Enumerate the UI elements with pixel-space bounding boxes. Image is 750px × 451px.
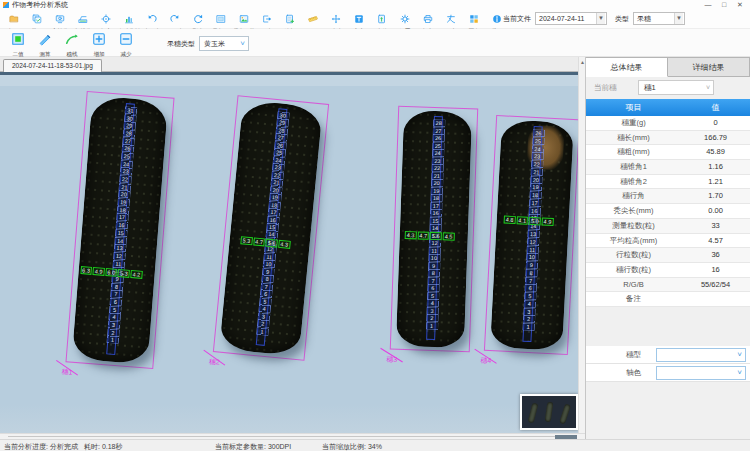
tab-detailed-results[interactable]: 详细结果 [668,57,750,77]
app-icon [3,2,9,8]
axis-color-select[interactable]: ˅ [656,366,746,380]
ear-type-select[interactable]: 黄玉米 ˅ [199,36,249,51]
auto-analyze-button[interactable]: 自动分析 [117,10,140,29]
corn-ear-annotation[interactable]: 3029282726252423222120191817161514131211… [213,95,329,361]
ear-type-label: 果穗类型 [167,39,195,49]
corn-ear-annotation[interactable]: 2827262524232221201918171615141312111098… [390,106,478,353]
result-row[interactable]: R/G/B55/62/54 [586,278,750,293]
settings-button[interactable]: 设置 [393,10,416,29]
text-button[interactable]: 文字 [347,10,370,29]
result-item-label: 穗行数(粒) [586,263,681,277]
result-row[interactable]: 测量粒数(粒)33 [586,219,750,234]
result-row[interactable]: 秃尖长(mm)0.00 [586,204,750,219]
doc-camera-button[interactable]: 高拍仪 [48,10,71,29]
axis-color-row: 轴色˅ [586,364,750,382]
export-button[interactable]: 导出 [255,10,278,29]
kernel-width-label: 4.8 [504,216,516,225]
result-row[interactable]: 穗粗(mm)45.89 [586,145,750,160]
chevron-down-icon: ˅ [737,349,742,361]
vertical-scrollbar[interactable]: ▲ [578,57,585,433]
kernel-number-label: 14 [266,231,278,238]
result-item-label: R/G/B [586,278,681,292]
save-image-button[interactable]: 保存图片 [232,10,255,29]
kernel-width-label: 4.3 [405,231,417,239]
main-toolbar: 打开批量高拍仪扫描仪标定自动分析上一步下一步副本目标区保存图片导出追加测量移动文… [0,10,750,29]
result-item-value: 45.89 [681,145,750,159]
result-item-value: 36 [681,248,750,262]
result-row[interactable]: 备注 [586,292,750,307]
result-row[interactable]: 穗长(mm)166.79 [586,131,750,146]
increase-button[interactable]: 增加 [85,31,112,56]
kernel-number-label: 3 [258,313,270,320]
image-viewer-canvas[interactable]: 3130292827262524232221201918171615141312… [0,72,578,433]
language-button[interactable]: 语言 [439,10,462,29]
prev-step-button[interactable]: 上一步 [140,10,163,29]
kernel-width-label: 4.7 [253,238,265,247]
ear-shape-select[interactable]: ˅ [656,348,746,362]
more-button[interactable]: 更多 [462,10,485,29]
result-row[interactable]: 行粒数(粒)36 [586,248,750,263]
kernel-number-label: 12 [113,252,124,259]
scanner-button[interactable]: 扫描仪 [71,10,94,29]
maximize-button[interactable]: □ [716,0,732,10]
append-button[interactable]: 追加 [278,10,301,29]
kernel-number-label: 19 [431,187,442,193]
calibration-status: 当前标定参数量: 300DPI [215,442,291,451]
kernel-number-label: 2 [257,320,269,327]
current-ear-select[interactable]: 穗1 ˅ [638,80,714,95]
result-item-value: 33 [681,219,750,233]
ear-label: 穗3 [386,354,397,364]
move-button[interactable]: 移动 [324,10,347,29]
kernel-number-label: 19 [269,194,281,201]
scanner-icon [78,10,88,28]
result-item-value [681,292,750,306]
kernel-number-label: 13 [527,231,538,238]
results-table: 穗重(g)0穗长(mm)166.79穗粗(mm)45.89穗锥角11.16穗锥角… [586,116,750,307]
decrease-button[interactable]: 减少 [112,31,139,56]
result-row[interactable]: 穗行角1.70 [586,189,750,204]
result-item-value: 4.57 [681,234,750,248]
result-row[interactable]: 平均粒高(mm)4.57 [586,234,750,249]
calibrate-button[interactable]: 标定 [94,10,117,29]
ear-label: 穗4 [480,355,491,366]
result-row[interactable]: 穗行数(粒)16 [586,263,750,278]
result-row[interactable]: 穗锥角21.21 [586,175,750,190]
kernel-number-label: 11 [527,246,538,253]
print-button[interactable]: 打印 [416,10,439,29]
result-row[interactable]: 穗重(g)0 [586,116,750,131]
kernel-width-label: 4.9 [93,267,105,276]
upload-button[interactable]: 上传 [370,10,393,29]
kernel-width-label: 5.6 [430,232,442,240]
tab-overall-results[interactable]: 总体结果 [586,57,668,77]
next-step-button[interactable]: 下一步 [163,10,186,29]
image-file-tab[interactable]: 2024-07-24-11-18-53-01.jpg [3,59,102,72]
kernel-number-label: 20 [530,176,541,183]
compute-button[interactable]: 测算 [31,31,58,56]
kernel-number-label: 2 [426,315,437,321]
batch-button[interactable]: 批量 [25,10,48,29]
kernel-number-label: 17 [430,202,441,208]
duplicate-button[interactable]: 副本 [186,10,209,29]
current-file-select[interactable]: 2024-07-24-11 ▼ [535,12,607,25]
measure-button[interactable]: 测量 [301,10,324,29]
corn-ear-annotation[interactable]: 3130292827262524232221201918171615141312… [65,91,174,369]
corn-ear-annotation[interactable]: 2625242322212019181716151413121110987654… [484,115,578,355]
kernel-width-label: 5.0 [529,217,541,226]
open-button[interactable]: 打开 [2,10,25,29]
frame-icon [216,10,226,28]
batch-stack-icon [32,10,42,28]
chevron-down-icon: ˅ [737,367,742,379]
type-select[interactable]: 果穗 ▼ [633,12,685,25]
result-item-label: 穗锥角2 [586,175,681,189]
kernel-number-label: 12 [429,240,440,246]
result-item-value: 0.00 [681,204,750,218]
close-button[interactable]: ✕ [732,0,748,10]
ear-label: 穗1 [61,367,73,378]
result-row[interactable]: 穗锥角11.16 [586,160,750,175]
ear-line-button[interactable]: 穗线 [58,31,85,56]
kernel-width-label: 4.5 [443,233,455,241]
plus-box-icon [92,31,106,50]
target-area-button[interactable]: 目标区 [209,10,232,29]
binarize-button[interactable]: 二值 [4,31,31,56]
minimize-button[interactable]: — [700,0,716,10]
